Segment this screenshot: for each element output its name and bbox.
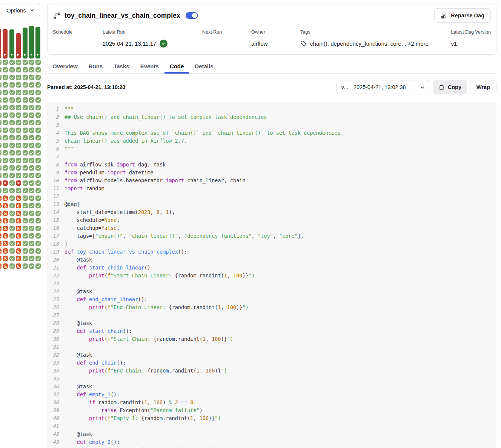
task-instance-success[interactable] — [23, 143, 28, 148]
task-instance-success[interactable] — [16, 150, 21, 155]
task-instance-retry[interactable] — [3, 233, 8, 239]
task-instance-retry[interactable] — [16, 256, 21, 261]
task-instance-success[interactable] — [9, 67, 15, 72]
task-instance-retry[interactable] — [3, 256, 8, 261]
options-button[interactable]: Options — [1, 3, 40, 17]
task-instance-failed[interactable] — [16, 180, 21, 186]
task-instance-success[interactable] — [3, 75, 8, 80]
task-instance-success[interactable] — [3, 60, 8, 65]
task-instance-success[interactable] — [9, 196, 15, 201]
task-instance-success[interactable] — [29, 165, 34, 171]
task-instance-success[interactable] — [29, 90, 34, 95]
task-instance-success[interactable] — [3, 128, 8, 133]
task-instance-retry[interactable] — [16, 218, 21, 223]
task-instance-success[interactable] — [9, 143, 15, 148]
task-instance-success[interactable] — [35, 173, 41, 178]
task-instance-success[interactable] — [35, 97, 41, 103]
tab-runs[interactable]: Runs — [83, 60, 108, 74]
task-instance-success[interactable] — [23, 82, 28, 88]
task-instance-success[interactable] — [3, 82, 8, 88]
dag-pause-toggle[interactable] — [186, 12, 198, 19]
task-instance-success[interactable] — [35, 135, 41, 140]
task-instance-success[interactable] — [23, 120, 28, 125]
task-instance-success[interactable] — [0, 128, 2, 133]
task-instance-success[interactable] — [9, 165, 15, 171]
task-instance-success[interactable] — [29, 120, 34, 125]
task-instance-retry[interactable] — [16, 263, 21, 269]
task-instance-success[interactable] — [0, 67, 2, 72]
task-instance-success[interactable] — [29, 150, 34, 155]
task-instance-success[interactable] — [0, 105, 2, 110]
task-instance-success[interactable] — [3, 173, 8, 178]
task-instance-success[interactable] — [29, 226, 34, 231]
task-instance-success[interactable] — [29, 180, 34, 186]
task-instance-success[interactable] — [9, 256, 15, 261]
task-instance-success[interactable] — [16, 188, 21, 193]
task-instance-success[interactable] — [3, 97, 8, 103]
task-instance-success[interactable] — [3, 90, 8, 95]
task-instance-failed[interactable] — [3, 180, 8, 186]
task-instance-retry[interactable] — [3, 241, 8, 246]
task-instance-success[interactable] — [3, 158, 8, 163]
task-instance-success[interactable] — [3, 188, 8, 193]
task-instance-success[interactable] — [0, 188, 2, 193]
task-instance-success[interactable] — [29, 263, 34, 269]
task-instance-success[interactable] — [23, 135, 28, 140]
dag-run-bar-failed[interactable] — [3, 29, 8, 59]
task-instance-success[interactable] — [29, 105, 34, 110]
task-instance-success[interactable] — [35, 165, 41, 171]
task-instance-success[interactable] — [23, 173, 28, 178]
task-instance-retry[interactable] — [0, 203, 2, 208]
task-instance-success[interactable] — [29, 67, 34, 72]
task-instance-success[interactable] — [29, 256, 34, 261]
task-instance-success[interactable] — [29, 60, 34, 65]
task-instance-success[interactable] — [35, 248, 41, 254]
task-instance-success[interactable] — [29, 112, 34, 118]
task-instance-retry[interactable] — [0, 211, 2, 216]
task-instance-success[interactable] — [23, 241, 28, 246]
reparse-dag-button[interactable]: Reparse Dag — [434, 8, 491, 23]
task-instance-success[interactable] — [0, 120, 2, 125]
task-instance-success[interactable] — [16, 67, 21, 72]
task-instance-success[interactable] — [16, 82, 21, 88]
task-instance-retry[interactable] — [0, 248, 2, 254]
task-instance-success[interactable] — [9, 248, 15, 254]
dag-run-bar-success[interactable] — [35, 27, 40, 59]
task-instance-success[interactable] — [23, 150, 28, 155]
task-instance-success[interactable] — [23, 75, 28, 80]
task-instance-success[interactable] — [3, 112, 8, 118]
task-instance-success[interactable] — [9, 241, 15, 246]
task-instance-success[interactable] — [9, 233, 15, 239]
task-instance-success[interactable] — [23, 218, 28, 223]
task-instance-success[interactable] — [9, 97, 15, 103]
task-instance-success[interactable] — [29, 188, 34, 193]
task-instance-success[interactable] — [29, 82, 34, 88]
task-instance-retry[interactable] — [3, 196, 8, 201]
task-instance-success[interactable] — [29, 248, 34, 254]
task-instance-success[interactable] — [35, 105, 41, 110]
task-instance-success[interactable] — [35, 188, 41, 193]
task-instance-retry[interactable] — [16, 248, 21, 254]
task-instance-success[interactable] — [23, 97, 28, 103]
task-instance-success[interactable] — [35, 67, 41, 72]
task-instance-success[interactable] — [29, 75, 34, 80]
task-instance-success[interactable] — [9, 263, 15, 269]
task-instance-success[interactable] — [16, 60, 21, 65]
task-instance-success[interactable] — [35, 60, 41, 65]
task-instance-success[interactable] — [0, 112, 2, 118]
task-instance-success[interactable] — [23, 180, 28, 186]
dag-run-bar-failed[interactable] — [0, 29, 1, 59]
task-instance-success[interactable] — [23, 128, 28, 133]
task-instance-success[interactable] — [35, 241, 41, 246]
task-instance-success[interactable] — [16, 75, 21, 80]
task-instance-success[interactable] — [9, 82, 15, 88]
dag-run-bar-success[interactable] — [23, 28, 28, 59]
task-instance-success[interactable] — [16, 128, 21, 133]
task-instance-success[interactable] — [35, 143, 41, 148]
task-instance-success[interactable] — [0, 150, 2, 155]
task-instance-retry[interactable] — [16, 226, 21, 231]
task-instance-success[interactable] — [29, 196, 34, 201]
task-instance-retry[interactable] — [16, 196, 21, 201]
wrap-button[interactable]: Wrap — [470, 80, 496, 94]
task-instance-success[interactable] — [3, 105, 8, 110]
